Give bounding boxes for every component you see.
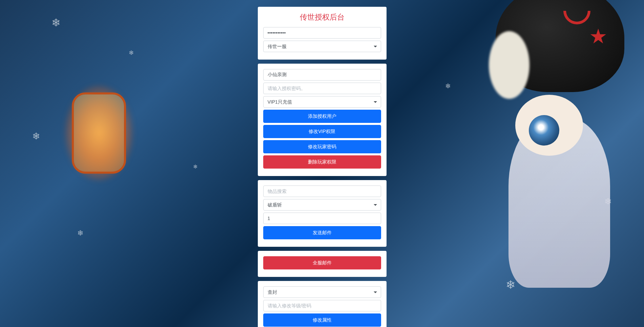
item-search-input[interactable]	[263, 186, 381, 197]
header-card: 传世授权后台 传世一服	[258, 7, 387, 60]
send-mail-button[interactable]: 发送邮件	[263, 226, 381, 239]
snowflake-icon: ❄	[51, 16, 61, 29]
auth-password-input[interactable]	[263, 83, 381, 94]
snowflake-icon: ❄	[32, 131, 40, 142]
snowflake-icon: ❄	[193, 164, 198, 170]
anime-character: ★	[448, 0, 644, 327]
user-auth-card: VIP1只充值 添加授权用户 修改VIP权限 修改玩家密码 删除玩家权限	[258, 64, 387, 176]
modify-player-password-button[interactable]: 修改玩家密码	[263, 140, 381, 153]
server-select[interactable]: 传世一服	[263, 41, 381, 52]
page-title: 传世授权后台	[263, 12, 381, 22]
global-mail-button[interactable]: 全服邮件	[263, 256, 381, 269]
main-panel: 传世授权后台 传世一服 VIP1只充值 添加授权用户 修改VIP权限 修改玩家密…	[258, 0, 387, 327]
item-mail-card: 破盾斩 发送邮件	[258, 180, 387, 247]
snowflake-icon: ❄	[77, 229, 83, 238]
quantity-input[interactable]	[263, 213, 381, 224]
modify-attr-card: 查封 修改属性	[258, 281, 387, 327]
action-select[interactable]: 查封	[263, 286, 381, 298]
username-input[interactable]	[263, 69, 381, 81]
vip-level-select[interactable]: VIP1只充值	[263, 96, 381, 108]
level-password-input[interactable]	[263, 300, 381, 311]
modify-vip-button[interactable]: 修改VIP权限	[263, 125, 381, 138]
item-select[interactable]: 破盾斩	[263, 199, 381, 211]
add-auth-user-button[interactable]: 添加授权用户	[263, 110, 381, 123]
modify-attribute-button[interactable]: 修改属性	[263, 313, 381, 327]
snowflake-icon: ❄	[129, 49, 134, 57]
delete-player-permission-button[interactable]: 删除玩家权限	[263, 155, 381, 169]
global-mail-card: 全服邮件	[258, 251, 387, 277]
password-input[interactable]	[263, 27, 381, 39]
lantern-decoration	[51, 65, 146, 201]
